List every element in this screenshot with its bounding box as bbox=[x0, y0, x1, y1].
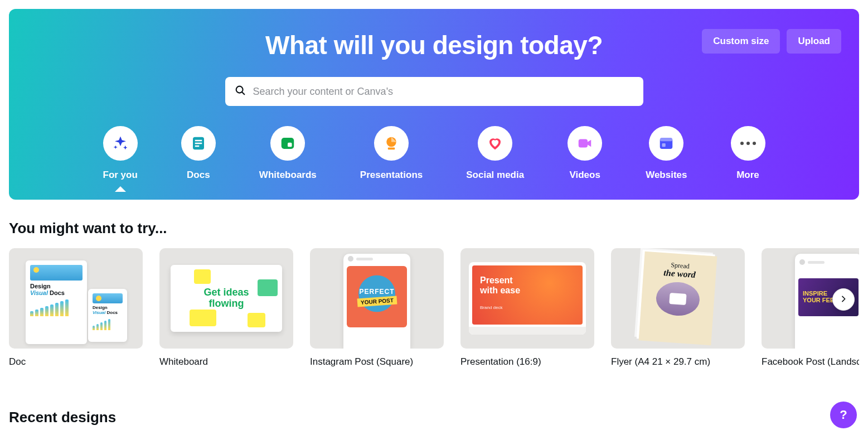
category-for-you[interactable]: For you bbox=[103, 126, 138, 181]
search-input[interactable] bbox=[253, 86, 634, 98]
chevron-right-icon bbox=[839, 294, 848, 305]
template-thumbnail: Present with easeBrand deck bbox=[460, 248, 594, 349]
svg-rect-5 bbox=[195, 146, 200, 147]
template-thumbnail: Get ideasflowing bbox=[159, 248, 293, 349]
category-docs[interactable]: Docs bbox=[181, 126, 216, 181]
hero-action-buttons: Custom size Upload bbox=[702, 29, 841, 54]
template-card-flyer[interactable]: Spreadthe wordFlyer (A4 21 × 29.7 cm) bbox=[611, 248, 745, 368]
video-icon bbox=[568, 126, 602, 161]
heart-icon bbox=[478, 126, 512, 161]
svg-rect-10 bbox=[579, 139, 588, 148]
recent-section: Recent designs bbox=[0, 398, 868, 435]
template-card-presentation[interactable]: Present with easeBrand deckPresentation … bbox=[460, 248, 594, 368]
category-label: Docs bbox=[187, 170, 210, 181]
category-social-media[interactable]: Social media bbox=[466, 126, 524, 181]
help-button[interactable]: ? bbox=[830, 402, 857, 428]
template-thumbnail: Spreadthe word bbox=[611, 248, 745, 349]
sparkle-icon bbox=[103, 126, 138, 161]
chart-icon bbox=[374, 126, 409, 161]
svg-rect-9 bbox=[388, 148, 395, 150]
template-label: Flyer (A4 21 × 29.7 cm) bbox=[611, 356, 745, 368]
custom-size-button[interactable]: Custom size bbox=[702, 29, 780, 54]
try-section-title: You might want to try... bbox=[9, 220, 859, 237]
template-thumbnail: PERFECTYOUR POST bbox=[310, 248, 444, 349]
category-whiteboards[interactable]: Whiteboards bbox=[259, 126, 317, 181]
category-label: Social media bbox=[466, 170, 524, 181]
category-label: More bbox=[736, 170, 759, 181]
category-row: For youDocsWhiteboardsPresentationsSocia… bbox=[22, 126, 846, 188]
doc-icon bbox=[181, 126, 216, 161]
svg-rect-4 bbox=[195, 143, 202, 144]
category-websites[interactable]: Websites bbox=[646, 126, 687, 181]
upload-button[interactable]: Upload bbox=[787, 29, 841, 54]
category-videos[interactable]: Videos bbox=[568, 126, 602, 181]
svg-rect-7 bbox=[288, 143, 292, 147]
template-label: Doc bbox=[9, 356, 143, 368]
template-label: Instagram Post (Square) bbox=[310, 356, 444, 368]
search-box[interactable] bbox=[225, 77, 643, 106]
recent-section-title: Recent designs bbox=[9, 409, 859, 426]
more-icon bbox=[731, 126, 765, 161]
board-icon bbox=[270, 126, 305, 161]
category-more[interactable]: More bbox=[731, 126, 765, 181]
template-card-whiteboard[interactable]: Get ideasflowingWhiteboard bbox=[159, 248, 293, 368]
svg-rect-3 bbox=[195, 140, 202, 142]
layout-icon bbox=[649, 126, 683, 161]
search-icon bbox=[234, 84, 246, 99]
svg-rect-13 bbox=[662, 143, 666, 147]
template-label: Facebook Post (Landscape) bbox=[762, 356, 859, 368]
category-label: Presentations bbox=[360, 170, 423, 181]
template-label: Presentation (16:9) bbox=[460, 356, 594, 368]
template-card-doc[interactable]: DesignVisual DocsDesignVisual DocsDoc bbox=[9, 248, 143, 368]
scroll-right-button[interactable] bbox=[832, 288, 855, 311]
category-label: Whiteboards bbox=[259, 170, 317, 181]
try-section: You might want to try... DesignVisual Do… bbox=[0, 209, 868, 368]
category-label: Websites bbox=[646, 170, 687, 181]
template-thumbnail: DesignVisual DocsDesignVisual Docs bbox=[9, 248, 143, 349]
svg-rect-6 bbox=[282, 138, 294, 149]
category-presentations[interactable]: Presentations bbox=[360, 126, 423, 181]
category-label: For you bbox=[103, 170, 138, 181]
template-label: Whiteboard bbox=[159, 356, 293, 368]
svg-rect-12 bbox=[660, 138, 673, 141]
template-card-instagram-post[interactable]: PERFECTYOUR POSTInstagram Post (Square) bbox=[310, 248, 444, 368]
try-card-row: DesignVisual DocsDesignVisual DocsDocGet… bbox=[9, 248, 859, 368]
category-label: Videos bbox=[569, 170, 600, 181]
hero-banner: Custom size Upload What will you design … bbox=[9, 9, 859, 200]
svg-line-1 bbox=[241, 92, 244, 94]
